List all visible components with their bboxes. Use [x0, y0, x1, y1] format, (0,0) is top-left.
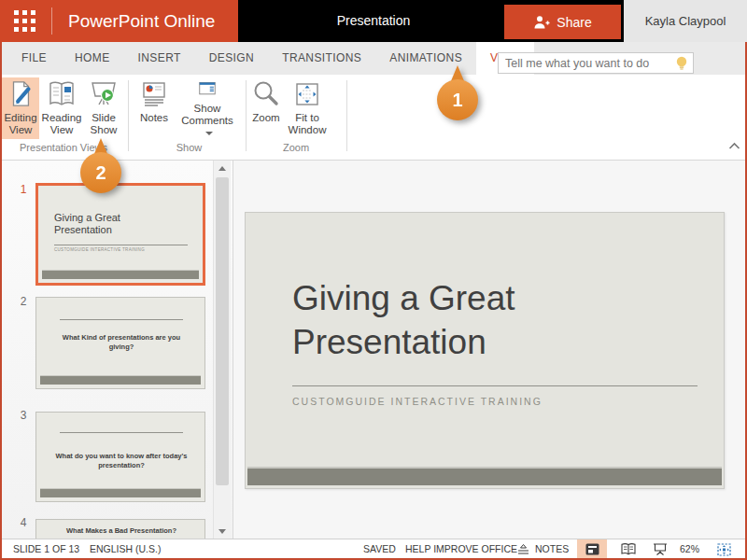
notes-icon — [139, 79, 169, 109]
editing-view-status-button[interactable] — [577, 539, 607, 559]
saved-status: SAVED — [363, 539, 396, 559]
callout-number: 1 — [437, 79, 478, 120]
ribbon-group-divider — [128, 80, 129, 151]
zoom-label: Zoom — [252, 112, 279, 124]
header-divider — [51, 7, 52, 35]
thumb-body-text: What do you want to know after today's p… — [51, 452, 191, 470]
scrollbar-thumb[interactable] — [216, 177, 229, 485]
thumb-subtitle: CUSTOMGUIDE INTERACTIVE TRAINING — [54, 247, 145, 252]
slide-footer-bar — [247, 467, 722, 485]
editing-view-button[interactable]: Editing View — [2, 77, 39, 139]
user-name[interactable]: Kayla Claypool — [624, 0, 747, 42]
collapse-ribbon-icon[interactable] — [728, 142, 740, 150]
show-comments-button[interactable]: Show Comments — [177, 77, 237, 139]
notes-button[interactable]: Notes — [133, 77, 176, 139]
callout-number: 2 — [80, 152, 121, 193]
callout-step-2: 2 — [80, 138, 121, 193]
help-improve-office-link[interactable]: HELP IMPROVE OFFICE — [405, 539, 517, 559]
editing-view-status-icon — [585, 543, 599, 555]
slide-title-rule — [292, 385, 698, 386]
tell-me-search — [498, 52, 694, 74]
fit-to-window-status-icon — [717, 543, 731, 556]
thumb-footer-bar — [40, 488, 201, 497]
status-bar: SLIDE 1 OF 13 ENGLISH (U.S.) SAVED HELP … — [0, 539, 747, 558]
zoom-button[interactable]: Zoom — [248, 77, 284, 139]
zoom-level[interactable]: 62% — [680, 539, 699, 559]
slide-show-status-button[interactable] — [646, 539, 674, 559]
slide-counter: SLIDE 1 OF 13 — [13, 539, 79, 559]
slide-show-button[interactable]: Slide Show — [84, 77, 123, 139]
slide-2-number: 2 — [15, 295, 32, 308]
tell-me-search-input[interactable] — [505, 53, 664, 73]
notes-label: Notes — [140, 112, 168, 124]
slide-show-icon — [89, 79, 119, 109]
powerpoint-online-window: PowerPoint Online Presentation Share Kay… — [0, 0, 747, 560]
thumb-footer-bar — [42, 270, 199, 279]
share-person-icon — [533, 15, 550, 30]
slide-4-thumbnail[interactable]: What Makes a Bad Presentation? — [35, 519, 205, 539]
notes-toggle[interactable]: NOTES — [535, 539, 569, 559]
reading-view-button[interactable]: Reading View — [41, 77, 82, 139]
share-button[interactable]: Share — [504, 5, 621, 39]
thumb-body-text: What Makes a Bad Presentation? — [51, 526, 191, 536]
tab-home[interactable]: HOME — [61, 42, 124, 75]
app-launcher-icon[interactable] — [14, 10, 35, 32]
reading-view-status-button[interactable] — [614, 539, 642, 559]
slide-canvas[interactable]: Giving a Great Presentation CUSTOMGUIDE … — [245, 212, 725, 489]
tab-design[interactable]: DESIGN — [195, 42, 268, 75]
reading-view-icon — [47, 79, 77, 109]
show-comments-label: Show Comments — [177, 103, 237, 139]
group-label-zoom: Zoom — [250, 142, 342, 153]
tab-file[interactable]: FILE — [7, 42, 61, 75]
editing-view-label: Editing View — [2, 112, 39, 136]
group-label-show: Show — [133, 142, 246, 153]
document-title[interactable]: Presentation — [238, 0, 509, 42]
callout-step-1: 1 — [437, 65, 478, 120]
editing-view-icon — [7, 79, 35, 109]
slide-show-status-icon — [653, 543, 668, 555]
slide-3-number: 3 — [15, 409, 32, 422]
share-label: Share — [557, 15, 591, 30]
dropdown-caret-icon — [205, 132, 213, 135]
fit-to-window-label: Fit to Window — [285, 112, 330, 136]
fit-slide-to-window-button[interactable] — [710, 539, 738, 559]
scroll-up-button[interactable] — [214, 161, 232, 175]
thumb-rule — [60, 432, 183, 433]
slide-2-thumbnail[interactable]: What Kind of presentations are you givin… — [35, 297, 205, 389]
thumb-body-text: What Kind of presentations are you givin… — [51, 333, 191, 352]
slide-show-label: Slide Show — [84, 112, 123, 136]
slide-1-number: 1 — [15, 183, 32, 196]
slide-title-textbox[interactable]: Giving a Great Presentation — [292, 276, 712, 364]
slide-subtitle-textbox[interactable]: CUSTOMGUIDE INTERACTIVE TRAINING — [292, 396, 543, 407]
scroll-down-icon — [218, 529, 226, 534]
fit-to-window-icon — [292, 79, 322, 109]
fit-to-window-button[interactable]: Fit to Window — [285, 77, 330, 139]
ribbon-group-divider — [246, 80, 247, 151]
ribbon-group-divider — [346, 80, 347, 151]
slide-thumbnail-panel: 1 Giving a Great Presentation CUSTOMGUID… — [2, 161, 233, 539]
slide-3-thumbnail[interactable]: What do you want to know after today's p… — [35, 412, 205, 502]
language-status[interactable]: ENGLISH (U.S.) — [90, 539, 161, 559]
app-header: PowerPoint Online Presentation Share Kay… — [0, 0, 747, 42]
thumb-footer-bar — [40, 375, 201, 385]
thumb-rule — [54, 245, 188, 245]
slide-1-thumbnail[interactable]: Giving a Great Presentation CUSTOMGUIDE … — [35, 183, 205, 286]
scroll-up-icon — [218, 166, 226, 171]
tab-transitions[interactable]: TRANSITIONS — [268, 42, 375, 75]
reading-view-status-icon — [621, 543, 636, 555]
thumb-title: Giving a Great Presentation — [54, 212, 159, 236]
lightbulb-icon — [675, 56, 688, 72]
app-title: PowerPoint Online — [68, 0, 215, 42]
zoom-icon — [251, 79, 281, 109]
panel-scrollbar — [213, 161, 231, 539]
tab-insert[interactable]: INSERT — [124, 42, 195, 75]
thumb-rule — [60, 319, 183, 320]
notes-pane-icon[interactable] — [514, 539, 531, 559]
scroll-down-button[interactable] — [214, 524, 232, 539]
slide-4-number: 4 — [15, 516, 32, 529]
show-comments-icon — [192, 79, 222, 100]
editing-area: Giving a Great Presentation CUSTOMGUIDE … — [233, 161, 745, 539]
reading-view-label: Reading View — [41, 112, 82, 136]
